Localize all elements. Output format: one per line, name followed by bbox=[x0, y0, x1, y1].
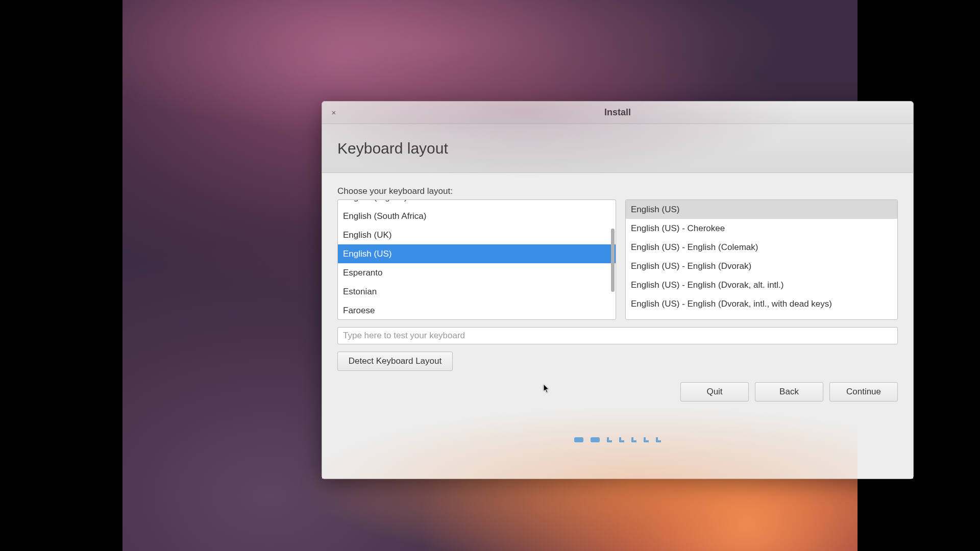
back-button[interactable]: Back bbox=[755, 382, 823, 402]
layout-item[interactable]: English (Nigeria) bbox=[338, 200, 616, 207]
progress-step bbox=[619, 437, 624, 442]
page-title: Keyboard layout bbox=[337, 140, 448, 157]
variant-list[interactable]: English (US)English (US) - CherokeeEngli… bbox=[625, 199, 898, 320]
content-area: Choose your keyboard layout: English (Ni… bbox=[322, 173, 913, 479]
layout-item[interactable]: English (South Africa) bbox=[338, 207, 616, 226]
variant-item[interactable]: English (US) bbox=[626, 200, 897, 219]
variant-item[interactable]: English (US) - English (Dvorak) bbox=[626, 257, 897, 276]
quit-button[interactable]: Quit bbox=[680, 382, 749, 402]
detect-layout-button[interactable]: Detect Keyboard Layout bbox=[337, 352, 453, 371]
progress-step bbox=[591, 437, 600, 442]
variant-item[interactable]: English (US) - Cherokee bbox=[626, 219, 897, 238]
keyboard-test-input[interactable] bbox=[337, 327, 898, 344]
window-title: Install bbox=[322, 107, 913, 118]
progress-step bbox=[631, 437, 636, 442]
titlebar: × Install bbox=[322, 102, 913, 124]
progress-step bbox=[607, 437, 612, 442]
progress-indicator bbox=[337, 437, 898, 442]
layout-item[interactable]: English (UK) bbox=[338, 226, 616, 244]
layout-list[interactable]: English (Nigeria)English (South Africa)E… bbox=[337, 199, 616, 320]
layout-item[interactable]: Esperanto bbox=[338, 263, 616, 282]
close-icon[interactable]: × bbox=[328, 107, 339, 118]
progress-step bbox=[574, 437, 583, 442]
desktop-wallpaper: × Install Keyboard layout Choose your ke… bbox=[122, 0, 857, 551]
nav-button-row: Quit Back Continue bbox=[337, 382, 898, 402]
progress-step bbox=[644, 437, 649, 442]
variant-item[interactable]: English (US) - English (Dvorak, alt. int… bbox=[626, 276, 897, 294]
variant-item[interactable]: English (US) - English (Colemak) bbox=[626, 238, 897, 257]
variant-item[interactable]: English (US) - English (Dvorak, intl., w… bbox=[626, 294, 897, 313]
page-header: Keyboard layout bbox=[322, 124, 913, 173]
layout-item[interactable]: English (US) bbox=[338, 244, 616, 263]
choose-layout-label: Choose your keyboard layout: bbox=[337, 186, 898, 196]
layout-item[interactable]: Faroese bbox=[338, 301, 616, 319]
layout-item[interactable]: Estonian bbox=[338, 282, 616, 301]
progress-step bbox=[656, 437, 661, 442]
continue-button[interactable]: Continue bbox=[829, 382, 898, 402]
installer-window: × Install Keyboard layout Choose your ke… bbox=[322, 101, 914, 479]
